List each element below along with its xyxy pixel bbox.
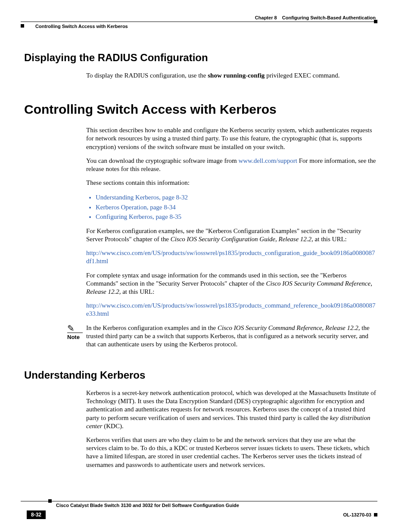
document-id: OL-13270-03 — [343, 512, 371, 517]
section-heading-radius: Displaying the RADIUS Configuration — [24, 52, 377, 64]
command-name: show running-config — [208, 72, 265, 79]
page: Chapter 8 Configuring Switch-Based Authe… — [0, 0, 411, 532]
page-footer: Cisco Catalyst Blade Switch 3130 and 303… — [21, 501, 377, 519]
body-paragraph: Kerberos is a secret-key network authent… — [86, 389, 377, 430]
list-item: Understanding Kerberos, page 8-32 — [96, 193, 377, 202]
running-header-section: Controlling Switch Access with Kerberos — [35, 24, 128, 29]
header-rule — [21, 22, 377, 22]
page-number: 8-32 — [27, 510, 46, 519]
xref-link[interactable]: Kerberos Operation, page 8-34 — [96, 204, 176, 211]
footer-end-marker-icon — [374, 513, 377, 516]
note-icon: ✎ — [67, 324, 86, 333]
body-paragraph: For complete syntax and usage informatio… — [86, 271, 377, 296]
note-label: Note — [67, 334, 80, 340]
header-sub-marker-icon — [21, 24, 24, 28]
body-paragraph: Kerberos verifies that users are who the… — [86, 436, 377, 469]
chapter-title: Configuring Switch-Based Authentication — [282, 15, 376, 20]
note-text: In the Kerberos configuration examples a… — [86, 324, 377, 349]
main-heading-kerberos: Controlling Switch Access with Kerberos — [24, 102, 377, 117]
url-paragraph: http://www.cisco.com/en/US/products/sw/i… — [86, 302, 377, 318]
book-reference: Cisco IOS Security Command Reference, Re… — [218, 324, 360, 331]
list-item: Kerberos Operation, page 8-34 — [96, 202, 377, 212]
url-paragraph: http://www.cisco.com/en/US/products/sw/i… — [86, 249, 377, 265]
body-paragraph: These sections contain this information: — [86, 179, 377, 187]
footer-book-title: Cisco Catalyst Blade Switch 3130 and 303… — [56, 503, 377, 508]
body-paragraph: To display the RADIUS configuration, use… — [86, 72, 377, 80]
external-url-link[interactable]: http://www.cisco.com/en/US/products/sw/i… — [86, 302, 375, 317]
external-url-link[interactable]: http://www.cisco.com/en/US/products/sw/i… — [86, 249, 375, 264]
dell-support-link[interactable]: www.dell.com/support — [238, 157, 297, 164]
footer-marker-icon — [48, 499, 52, 503]
xref-link[interactable]: Configuring Kerberos, page 8-35 — [96, 213, 181, 220]
chapter-number: Chapter 8 — [255, 15, 277, 20]
list-item: Configuring Kerberos, page 8-35 — [96, 212, 377, 222]
body-paragraph: For Kerberos configuration examples, see… — [86, 227, 377, 243]
content-area: Displaying the RADIUS Configuration To d… — [24, 52, 377, 475]
body-paragraph: This section describes how to enable and… — [86, 126, 377, 151]
note-callout: ✎ Note In the Kerberos configuration exa… — [86, 324, 377, 349]
toc-bullet-list: Understanding Kerberos, page 8-32 Kerber… — [86, 193, 377, 222]
xref-link[interactable]: Understanding Kerberos, page 8-32 — [96, 194, 188, 201]
header-marker-icon — [374, 20, 377, 23]
book-reference: Cisco IOS Security Configuration Guide, … — [171, 236, 313, 243]
section-heading-understanding: Understanding Kerberos — [24, 369, 377, 381]
running-header-right: Chapter 8 Configuring Switch-Based Authe… — [255, 15, 376, 20]
footer-rule — [21, 501, 377, 501]
body-paragraph: You can download the cryptographic softw… — [86, 157, 377, 173]
